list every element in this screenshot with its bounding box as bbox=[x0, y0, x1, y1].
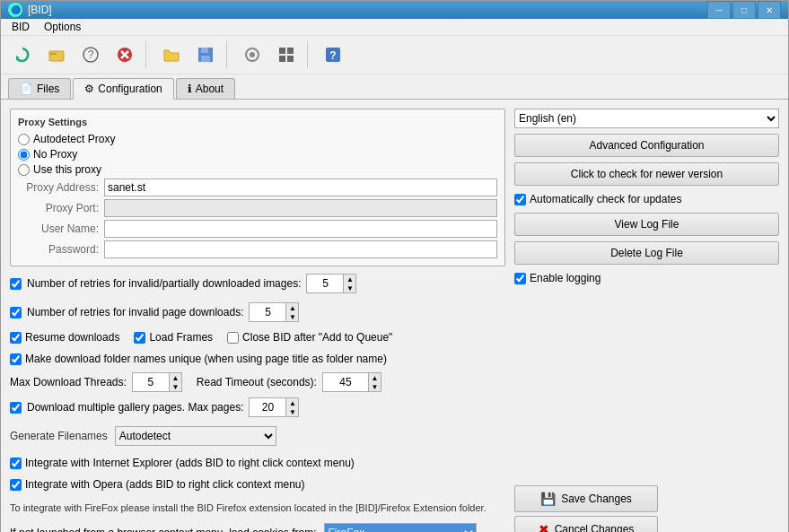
retries-images-input[interactable] bbox=[307, 275, 343, 292]
retries-pages-up[interactable]: ▲ bbox=[285, 303, 298, 312]
unique-folders-checkbox[interactable] bbox=[10, 353, 22, 365]
max-threads-down[interactable]: ▼ bbox=[169, 382, 181, 391]
proxy-pass-input[interactable] bbox=[104, 240, 497, 258]
toolbar-separator-1 bbox=[145, 41, 151, 68]
proxy-pass-row: Password: bbox=[18, 240, 497, 258]
retries-pages-spinner-btns: ▲ ▼ bbox=[285, 303, 298, 321]
proxy-port-row: Proxy Port: bbox=[18, 199, 497, 217]
window-icon: 🔵 bbox=[8, 3, 22, 17]
tabs-bar: 📄 Files ⚙ Configuration ℹ About bbox=[1, 74, 788, 100]
stop-button[interactable] bbox=[109, 39, 141, 70]
proxy-use-radio[interactable] bbox=[18, 164, 30, 176]
proxy-address-input[interactable] bbox=[104, 179, 497, 196]
refresh-button[interactable] bbox=[6, 39, 39, 70]
maximize-button[interactable]: □ bbox=[732, 1, 756, 19]
close-bid-checkbox[interactable] bbox=[227, 332, 239, 344]
proxy-port-label: Proxy Port: bbox=[18, 202, 99, 214]
tab-files[interactable]: 📄 Files bbox=[8, 78, 71, 99]
load-frames-label: Load Frames bbox=[149, 331, 213, 344]
title-bar: 🔵 [BID] ─ □ ✕ bbox=[1, 1, 788, 19]
folder-yellow-button[interactable] bbox=[155, 39, 188, 70]
proxy-none-radio[interactable] bbox=[18, 149, 30, 161]
minimize-button[interactable]: ─ bbox=[707, 1, 731, 19]
retries-pages-down[interactable]: ▼ bbox=[285, 312, 298, 321]
read-timeout-up[interactable]: ▲ bbox=[368, 373, 381, 382]
right-panel: English (en) Advanced Configuration Clic… bbox=[514, 109, 779, 532]
proxy-autodetect-label: Autodetect Proxy bbox=[33, 133, 115, 145]
tab-about[interactable]: ℹ About bbox=[176, 78, 235, 99]
max-threads-spinner: ▲ ▼ bbox=[132, 372, 182, 392]
retries-images-checkbox[interactable] bbox=[10, 278, 22, 290]
proxy-none-row: No Proxy bbox=[18, 148, 497, 161]
resume-row: Resume downloads bbox=[10, 331, 119, 344]
read-timeout-spinner-btns: ▲ ▼ bbox=[368, 373, 381, 391]
retries-pages-input[interactable] bbox=[250, 303, 285, 321]
resume-checkbox[interactable] bbox=[10, 332, 22, 344]
check-version-button[interactable]: Click to check for newer version bbox=[514, 162, 779, 186]
proxy-user-input[interactable] bbox=[104, 220, 497, 238]
opera-checkbox[interactable] bbox=[10, 479, 22, 491]
tab-configuration[interactable]: ⚙ Configuration bbox=[73, 78, 173, 100]
retries-images-down[interactable]: ▼ bbox=[343, 283, 355, 292]
retries-pages-row: Number of retries for invalid page downl… bbox=[10, 302, 505, 322]
retries-images-row: Number of retries for invalid/partially … bbox=[10, 274, 505, 293]
proxy-address-row: Proxy Address: bbox=[18, 179, 497, 196]
load-frames-checkbox[interactable] bbox=[134, 332, 145, 344]
max-threads-input[interactable] bbox=[133, 373, 169, 391]
max-pages-spinner-btns: ▲ ▼ bbox=[285, 398, 298, 416]
save-toolbar-button[interactable] bbox=[189, 39, 222, 70]
cancel-label: Cancel Changes bbox=[555, 523, 635, 532]
save-icon: 💾 bbox=[540, 492, 556, 506]
spacer bbox=[514, 292, 779, 480]
options-row-1: Resume downloads Load Frames Close BID a… bbox=[10, 329, 505, 345]
open-folder-button[interactable] bbox=[40, 39, 73, 70]
cookie-select[interactable]: FireFox Internet Explorer Opera None bbox=[324, 523, 477, 532]
question-button[interactable]: ? bbox=[317, 39, 349, 70]
max-pages-up[interactable]: ▲ bbox=[285, 398, 298, 407]
opera-label: Integrate with Opera (adds BID to right … bbox=[25, 478, 304, 491]
auto-check-checkbox[interactable] bbox=[514, 194, 526, 205]
proxy-use-label: Use this proxy bbox=[33, 163, 101, 176]
cancel-icon: ✖ bbox=[539, 522, 549, 532]
svg-point-12 bbox=[250, 52, 255, 57]
cookie-row: If not launched from a browser context m… bbox=[10, 523, 505, 532]
resume-label: Resume downloads bbox=[25, 331, 119, 344]
settings-button[interactable] bbox=[236, 39, 268, 70]
auto-check-row: Automatically check for updates bbox=[514, 193, 779, 205]
proxy-port-input[interactable] bbox=[104, 199, 497, 217]
ie-checkbox[interactable] bbox=[10, 458, 22, 469]
max-threads-up[interactable]: ▲ bbox=[169, 373, 181, 382]
delete-log-button[interactable]: Delete Log File bbox=[514, 241, 779, 265]
retries-images-up[interactable]: ▲ bbox=[343, 275, 355, 283]
proxy-autodetect-radio[interactable] bbox=[18, 134, 30, 145]
language-select[interactable]: English (en) bbox=[514, 109, 779, 128]
load-frames-row: Load Frames bbox=[134, 331, 213, 344]
menu-bid[interactable]: BID bbox=[4, 19, 37, 35]
files-tab-icon: 📄 bbox=[20, 83, 33, 95]
max-threads-label: Max Download Threads: bbox=[10, 376, 127, 388]
grid-button[interactable] bbox=[270, 39, 302, 70]
read-timeout-input[interactable] bbox=[323, 373, 368, 391]
read-timeout-down[interactable]: ▼ bbox=[368, 382, 381, 391]
view-log-button[interactable]: View Log File bbox=[514, 213, 779, 236]
toolbar-separator-3 bbox=[307, 41, 312, 68]
proxy-user-row: User Name: bbox=[18, 220, 497, 238]
enable-logging-checkbox[interactable] bbox=[514, 273, 526, 284]
max-pages-input[interactable] bbox=[250, 398, 285, 416]
menu-options[interactable]: Options bbox=[37, 19, 88, 35]
save-changes-button[interactable]: 💾 Save Changes bbox=[514, 485, 658, 512]
about-tab-label: About bbox=[196, 83, 224, 95]
help-button[interactable]: ? bbox=[75, 39, 107, 70]
generate-select[interactable]: Autodetect Sequential Original bbox=[115, 426, 276, 446]
svg-text:?: ? bbox=[329, 49, 336, 62]
retries-images-spinner-btns: ▲ ▼ bbox=[343, 275, 355, 292]
svg-rect-2 bbox=[49, 53, 57, 55]
close-button[interactable]: ✕ bbox=[758, 1, 781, 19]
retries-pages-checkbox[interactable] bbox=[10, 307, 22, 318]
advanced-config-button[interactable]: Advanced Configuration bbox=[514, 134, 779, 157]
max-pages-down[interactable]: ▼ bbox=[285, 407, 298, 416]
generate-row: Generate Filenames Autodetect Sequential… bbox=[10, 426, 505, 446]
menu-bar: BID Options bbox=[1, 19, 788, 36]
max-pages-checkbox[interactable] bbox=[10, 402, 22, 414]
cancel-changes-button[interactable]: ✖ Cancel Changes bbox=[514, 516, 658, 532]
